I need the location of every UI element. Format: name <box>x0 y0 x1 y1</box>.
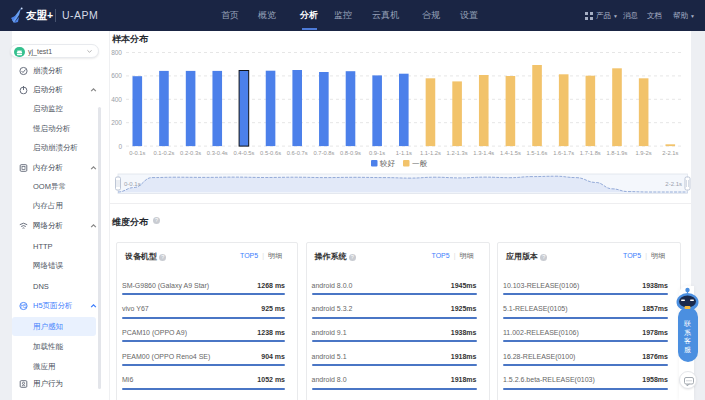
svg-text:较好: 较好 <box>379 159 396 168</box>
svg-text:1.5-1.6s: 1.5-1.6s <box>527 150 548 156</box>
svg-text:1.7-1.8s: 1.7-1.8s <box>580 150 601 156</box>
svg-text:1-1.1s: 1-1.1s <box>396 150 412 156</box>
svg-text:600: 600 <box>111 72 122 79</box>
svg-text:0.8-0.9s: 0.8-0.9s <box>340 150 361 156</box>
svg-text:0.7-0.8s: 0.7-0.8s <box>313 150 334 156</box>
svg-text:1.3-1.4s: 1.3-1.4s <box>473 150 494 156</box>
svg-text:0.1-0.2s: 0.1-0.2s <box>154 150 175 156</box>
svg-text:0-0.1s: 0-0.1s <box>124 181 141 187</box>
svg-text:1.2-1.3s: 1.2-1.3s <box>447 150 468 156</box>
svg-text:0.9-1s: 0.9-1s <box>369 150 385 156</box>
svg-text:0.2-0.3s: 0.2-0.3s <box>180 150 201 156</box>
svg-text:H5: H5 <box>21 304 27 309</box>
svg-text:800: 800 <box>111 49 122 56</box>
svg-text:0.5-0.6s: 0.5-0.6s <box>260 150 281 156</box>
svg-text:0.4-0.5s: 0.4-0.5s <box>233 150 254 156</box>
svg-text:200: 200 <box>111 119 122 126</box>
svg-text:1.6-1.7s: 1.6-1.7s <box>553 150 574 156</box>
svg-text:1.4-1.5s: 1.4-1.5s <box>500 150 521 156</box>
svg-text:0: 0 <box>118 143 122 150</box>
svg-text:2-2.1s: 2-2.1s <box>665 181 682 187</box>
svg-text:一般: 一般 <box>412 159 428 168</box>
svg-text:0.6-0.7s: 0.6-0.7s <box>287 150 308 156</box>
svg-text:1.1-1.2s: 1.1-1.2s <box>420 150 441 156</box>
svg-text:1.9-2s: 1.9-2s <box>636 150 652 156</box>
svg-text:400: 400 <box>111 96 122 103</box>
svg-text:0.3-0.4s: 0.3-0.4s <box>207 150 228 156</box>
svg-text:1.8-1.9s: 1.8-1.9s <box>607 150 628 156</box>
svg-text:2-2.1s: 2-2.1s <box>662 150 678 156</box>
svg-text:0-0.1s: 0-0.1s <box>129 150 145 156</box>
